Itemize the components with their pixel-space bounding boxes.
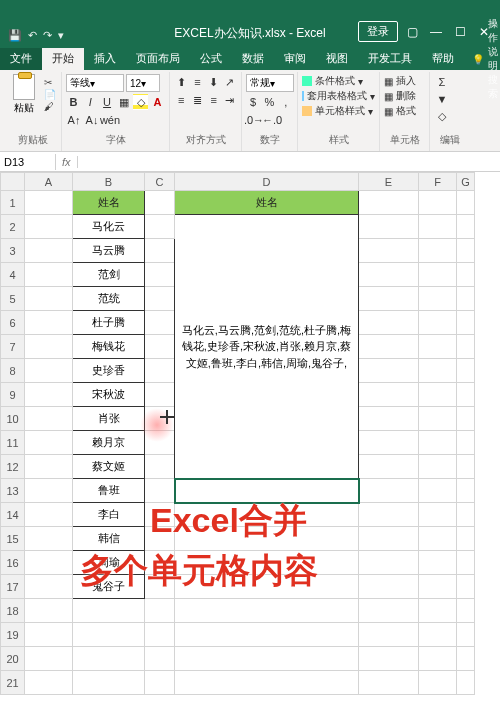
cell[interactable] — [175, 647, 359, 671]
row-header[interactable]: 13 — [1, 479, 25, 503]
cell[interactable] — [145, 503, 175, 527]
col-header-F[interactable]: F — [419, 173, 457, 191]
cell[interactable] — [457, 647, 475, 671]
cell[interactable] — [359, 287, 419, 311]
tab-dev[interactable]: 开发工具 — [358, 48, 422, 70]
tab-view[interactable]: 视图 — [316, 48, 358, 70]
increase-decimal-icon[interactable]: .0→ — [246, 112, 262, 128]
cell[interactable] — [359, 671, 419, 695]
cell[interactable] — [359, 479, 419, 503]
cell[interactable] — [457, 623, 475, 647]
tab-home[interactable]: 开始 — [42, 48, 84, 70]
cell[interactable] — [25, 647, 73, 671]
cell[interactable] — [457, 575, 475, 599]
maximize-icon[interactable]: ☐ — [450, 25, 470, 39]
format-painter-icon[interactable]: 🖌 — [44, 101, 56, 112]
cell[interactable] — [359, 599, 419, 623]
row-header[interactable]: 17 — [1, 575, 25, 599]
cell[interactable] — [25, 359, 73, 383]
align-center-icon[interactable]: ≣ — [190, 92, 204, 108]
cell[interactable] — [145, 287, 175, 311]
row-header[interactable]: 18 — [1, 599, 25, 623]
save-icon[interactable]: 💾 — [8, 29, 22, 42]
cell[interactable] — [25, 599, 73, 623]
tab-help[interactable]: 帮助 — [422, 48, 464, 70]
cell[interactable]: 周瑜 — [73, 551, 145, 575]
cell[interactable] — [145, 623, 175, 647]
currency-icon[interactable]: $ — [246, 94, 260, 110]
row-header[interactable]: 4 — [1, 263, 25, 287]
cell[interactable] — [457, 431, 475, 455]
formula-input[interactable] — [78, 160, 500, 164]
col-header-B[interactable]: B — [73, 173, 145, 191]
paste-button[interactable]: 粘贴 — [8, 74, 40, 115]
cell[interactable] — [145, 647, 175, 671]
cell[interactable] — [419, 455, 457, 479]
border-button[interactable]: ▦ — [116, 94, 131, 110]
decrease-font-icon[interactable]: A↓ — [84, 112, 100, 128]
cell-D-merged[interactable]: 马化云,马云腾,范剑,范统,杜子腾,梅钱花,史珍香,宋秋波,肖张,赖月京,蔡文姬… — [175, 215, 359, 479]
cell[interactable] — [457, 335, 475, 359]
login-button[interactable]: 登录 — [358, 21, 398, 42]
cell[interactable] — [457, 383, 475, 407]
fx-icon[interactable]: fx — [56, 156, 78, 168]
cell[interactable] — [145, 215, 175, 239]
cell[interactable] — [457, 599, 475, 623]
cell[interactable] — [359, 503, 419, 527]
cell[interactable] — [359, 311, 419, 335]
cell[interactable] — [175, 623, 359, 647]
cell[interactable] — [419, 263, 457, 287]
minimize-icon[interactable]: — — [426, 25, 446, 39]
col-header-E[interactable]: E — [359, 173, 419, 191]
cell[interactable]: 史珍香 — [73, 359, 145, 383]
cell[interactable] — [145, 575, 175, 599]
cell[interactable] — [419, 287, 457, 311]
cell[interactable]: 肖张 — [73, 407, 145, 431]
cell[interactable] — [457, 479, 475, 503]
tab-formulas[interactable]: 公式 — [190, 48, 232, 70]
cell[interactable] — [419, 647, 457, 671]
bold-button[interactable]: B — [66, 94, 81, 110]
cell[interactable] — [457, 503, 475, 527]
row-header[interactable]: 1 — [1, 191, 25, 215]
col-header-D[interactable]: D — [175, 173, 359, 191]
cell[interactable] — [145, 311, 175, 335]
cell[interactable] — [145, 383, 175, 407]
cell[interactable] — [419, 599, 457, 623]
cell[interactable] — [457, 215, 475, 239]
cell[interactable]: 马云腾 — [73, 239, 145, 263]
cell[interactable] — [145, 431, 175, 455]
cell[interactable] — [359, 263, 419, 287]
cell[interactable] — [175, 575, 359, 599]
cell[interactable] — [457, 407, 475, 431]
cell[interactable] — [359, 647, 419, 671]
row-header[interactable]: 19 — [1, 623, 25, 647]
row-header[interactable]: 6 — [1, 311, 25, 335]
redo-icon[interactable]: ↷ — [43, 29, 52, 42]
cell[interactable] — [419, 527, 457, 551]
cell[interactable] — [145, 191, 175, 215]
grid[interactable]: A B C D E F G 1 姓名 姓名 2马化云 马化云,马云腾,范剑,范统… — [0, 172, 475, 695]
cell[interactable] — [419, 407, 457, 431]
cell[interactable] — [457, 527, 475, 551]
cell[interactable] — [359, 455, 419, 479]
cell[interactable]: 鲁班 — [73, 479, 145, 503]
cell-D13-selected[interactable] — [175, 479, 359, 503]
format-as-table-button[interactable]: 套用表格格式 ▾ — [302, 89, 375, 103]
font-name-select[interactable]: 等线 ▾ — [66, 74, 124, 92]
cell[interactable] — [145, 527, 175, 551]
cell[interactable] — [25, 503, 73, 527]
col-header-C[interactable]: C — [145, 173, 175, 191]
col-header-A[interactable]: A — [25, 173, 73, 191]
tab-file[interactable]: 文件 — [0, 48, 42, 70]
copy-icon[interactable]: 📄 — [44, 89, 56, 100]
cell[interactable] — [457, 239, 475, 263]
cell[interactable] — [359, 407, 419, 431]
cell[interactable] — [145, 359, 175, 383]
cell[interactable] — [457, 551, 475, 575]
cell[interactable] — [145, 551, 175, 575]
qat-dropdown-icon[interactable]: ▾ — [58, 29, 64, 42]
row-header[interactable]: 2 — [1, 215, 25, 239]
row-header[interactable]: 3 — [1, 239, 25, 263]
cell[interactable] — [25, 383, 73, 407]
